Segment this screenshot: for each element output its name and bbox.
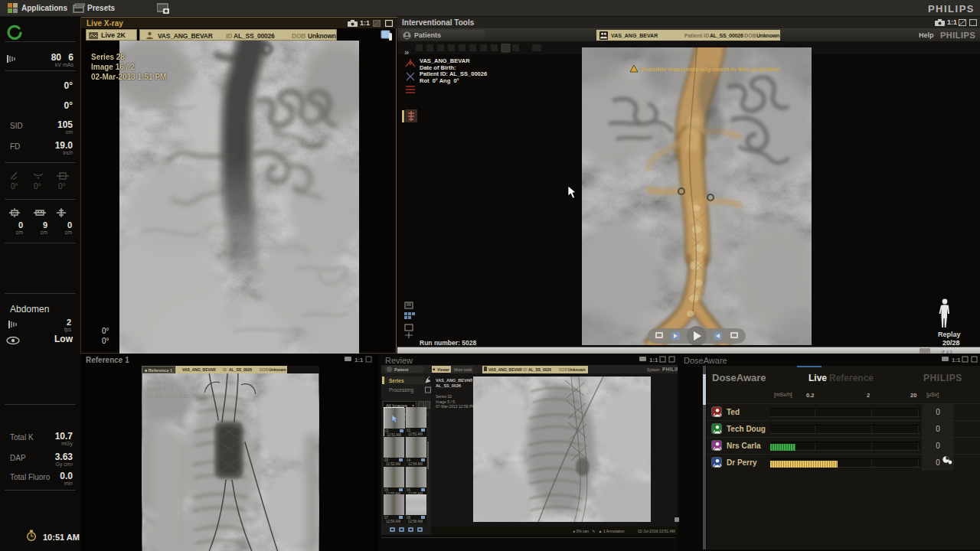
svg-text:1:1: 1:1 bbox=[649, 357, 658, 364]
svg-text:Possible inaccurate alignment: Possible inaccurate alignment in this pr… bbox=[641, 66, 780, 73]
svg-text:1:1: 1:1 bbox=[952, 357, 961, 364]
svg-text:Series 1: Series 1 bbox=[147, 380, 167, 385]
svg-text:02-Mar-2013 1:55 PM: 02-Mar-2013 1:55 PM bbox=[147, 393, 199, 399]
svg-text:1:1: 1:1 bbox=[354, 357, 364, 364]
svg-text:Image 1 / 1: Image 1 / 1 bbox=[147, 386, 174, 393]
